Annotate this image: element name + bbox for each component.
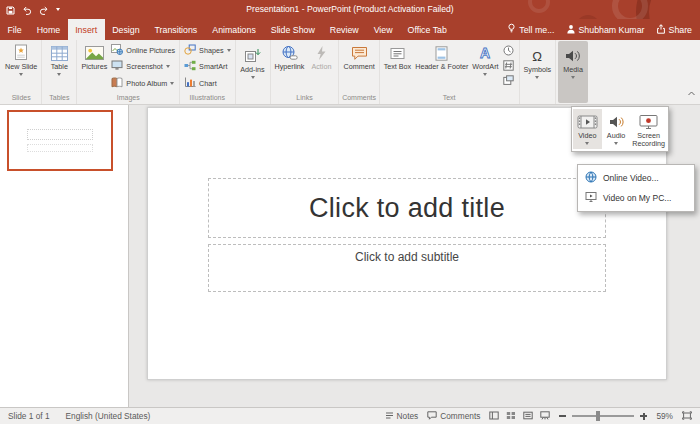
chart-label: Chart [199, 79, 217, 88]
shapes-label: Shapes [199, 46, 223, 55]
group-addins: Add-ins [236, 40, 271, 104]
wordart-button[interactable]: A WordArt [470, 41, 500, 92]
customize-quick-access-icon[interactable] [56, 8, 60, 11]
chart-button[interactable]: Chart [182, 75, 232, 92]
person-icon [566, 24, 576, 36]
zoom-slider-knob[interactable] [596, 411, 600, 421]
screen-recording-button[interactable]: Screen Recording [630, 109, 667, 149]
status-bar: Slide 1 of 1 English (United States) Not… [0, 407, 700, 424]
save-icon[interactable] [6, 1, 15, 19]
tab-view[interactable]: View [366, 19, 400, 40]
tab-animations[interactable]: Animations [205, 19, 264, 40]
reading-view-icon[interactable] [523, 411, 533, 422]
hyperlink-icon [281, 43, 298, 61]
smartart-button[interactable]: SmartArt [182, 59, 232, 76]
collapse-ribbon-icon[interactable] [687, 83, 696, 101]
zoom-in-icon[interactable] [640, 413, 647, 420]
action-icon [313, 43, 330, 61]
header-footer-label: Header & Footer [415, 63, 468, 71]
video-on-my-pc-menu-item[interactable]: Video on My PC... [579, 188, 693, 208]
table-label: Table [51, 63, 68, 71]
tab-file[interactable]: File [0, 19, 29, 40]
comment-icon [351, 43, 368, 61]
symbols-button[interactable]: Ω Symbols [522, 41, 554, 103]
slide-count: Slide 1 of 1 [8, 411, 50, 421]
redo-icon[interactable] [39, 1, 49, 19]
title-placeholder[interactable]: Click to add title [208, 178, 606, 238]
group-label-comments: Comments [341, 92, 376, 104]
account-name[interactable]: Shubham Kumar [566, 24, 645, 36]
hyperlink-button[interactable]: Hyperlink [273, 41, 307, 92]
ribbon-tab-bar: File Home Insert Design Transitions Anim… [0, 19, 700, 40]
chevron-down-icon [251, 76, 255, 79]
add-ins-button[interactable]: Add-ins [238, 41, 268, 103]
text-box-button[interactable]: Text Box [382, 41, 414, 92]
tab-review[interactable]: Review [322, 19, 366, 40]
group-label-links: Links [273, 92, 337, 104]
text-box-label: Text Box [384, 63, 412, 71]
screenshot-button[interactable]: Screenshot [109, 59, 177, 76]
tab-insert[interactable]: Insert [68, 19, 105, 40]
tab-transitions[interactable]: Transitions [147, 19, 205, 40]
zoom-out-icon[interactable] [559, 415, 566, 416]
tab-design[interactable]: Design [105, 19, 147, 40]
video-icon [577, 112, 598, 130]
thumbnail-subtitle-box [27, 144, 92, 152]
comments-icon [427, 411, 437, 422]
slide-thumbnail-panel [0, 105, 129, 407]
pictures-button[interactable]: Pictures [79, 41, 109, 92]
new-slide-button[interactable]: New Slide [3, 41, 39, 92]
language-status[interactable]: English (United States) [66, 411, 151, 421]
share-button[interactable]: Share [656, 24, 692, 36]
comments-toggle[interactable]: Comments [427, 411, 480, 422]
zoom-slider[interactable] [572, 415, 634, 417]
screenshot-label: Screenshot [126, 62, 162, 71]
media-button[interactable]: Media [558, 41, 588, 103]
online-video-label: Online Video... [603, 173, 659, 183]
chevron-down-icon [166, 65, 170, 68]
slide-show-view-icon[interactable] [540, 411, 550, 422]
subtitle-placeholder[interactable]: Click to add subtitle [208, 244, 606, 292]
comment-button[interactable]: Comment [341, 41, 376, 92]
pictures-label: Pictures [81, 63, 107, 71]
tab-slide-show[interactable]: Slide Show [263, 19, 322, 40]
svg-text:A: A [480, 45, 490, 61]
slide-sorter-view-icon[interactable] [506, 411, 516, 422]
photo-album-button[interactable]: Photo Album [109, 75, 177, 92]
video-button[interactable]: Video [573, 109, 602, 149]
table-button[interactable]: Table [44, 41, 74, 92]
date-time-button[interactable] [502, 44, 516, 57]
tab-home[interactable]: Home [29, 19, 67, 40]
fit-to-window-icon[interactable] [682, 411, 692, 422]
wordart-label: WordArt [472, 63, 498, 71]
zoom-level[interactable]: 59% [656, 411, 673, 421]
video-on-pc-icon [585, 191, 597, 205]
online-pictures-button[interactable]: Online Pictures [109, 42, 177, 59]
notes-toggle[interactable]: Notes [385, 411, 419, 422]
title-placeholder-text: Click to add title [309, 193, 505, 224]
online-video-menu-item[interactable]: Online Video... [579, 168, 693, 188]
chevron-down-icon [170, 82, 174, 85]
comments-label: Comments [440, 411, 480, 421]
object-button[interactable] [502, 74, 516, 87]
title-bar: Presentation1 - PowerPoint (Product Acti… [0, 0, 700, 19]
shapes-button[interactable]: Shapes [182, 42, 232, 59]
shapes-icon [184, 44, 196, 57]
audio-icon [608, 112, 625, 130]
normal-view-icon[interactable] [489, 411, 499, 422]
tell-me-box[interactable]: Tell me... [507, 23, 554, 36]
notes-icon [385, 411, 394, 422]
subtitle-placeholder-text: Click to add subtitle [355, 250, 459, 264]
group-symbols: Ω Symbols [520, 40, 557, 104]
slide-number-button[interactable] [502, 59, 516, 72]
slide-thumbnail-1[interactable] [7, 110, 113, 171]
header-footer-button[interactable]: Header & Footer [413, 41, 470, 92]
group-slides: New Slide Slides [1, 40, 42, 104]
group-links: Hyperlink Action Links [271, 40, 340, 104]
tab-office-tab[interactable]: Office Tab [400, 19, 454, 40]
undo-icon[interactable] [22, 1, 32, 19]
audio-button[interactable]: Audio [603, 109, 630, 149]
chevron-down-icon [483, 73, 487, 76]
share-label: Share [669, 25, 692, 35]
photo-album-label: Photo Album [126, 79, 167, 88]
